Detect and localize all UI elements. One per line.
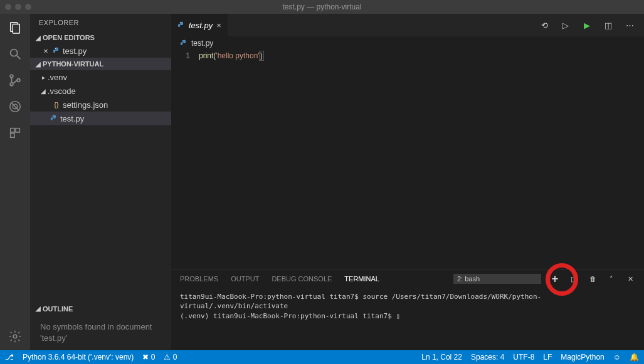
svg-point-17 — [182, 41, 183, 41]
editor-group: test.py × ⟲ ▷ ▶ ◫ ⋯ test.py 1 print('hel… — [171, 14, 644, 350]
title-bar: test.py — python-virtual — [0, 0, 644, 14]
open-editors-label: OPEN EDITORS — [43, 34, 95, 41]
workspace-header[interactable]: ◢ PYTHON-VIRTUAL — [30, 58, 171, 70]
svg-point-6 — [17, 79, 20, 82]
breadcrumb[interactable]: test.py — [171, 36, 644, 50]
outline-empty-message: No symbols found in document 'test.py' — [30, 315, 171, 350]
svg-point-2 — [11, 49, 18, 56]
status-errors[interactable]: ✖ 0 — [142, 353, 155, 361]
chevron-down-icon: ◢ — [34, 34, 43, 41]
more-actions-icon[interactable]: ⋯ — [624, 19, 635, 31]
status-encoding[interactable]: UTF-8 — [513, 353, 534, 361]
source-control-icon[interactable] — [8, 73, 23, 88]
close-panel-icon[interactable]: ✕ — [625, 274, 635, 284]
play-icon[interactable]: ▶ — [581, 19, 593, 31]
status-warnings[interactable]: ⚠ 0 — [164, 353, 177, 361]
chevron-right-icon: ▸ — [39, 74, 48, 81]
new-terminal-icon[interactable]: + — [550, 274, 560, 284]
status-notifications-icon[interactable]: 🔔 — [630, 353, 639, 361]
svg-point-16 — [180, 23, 181, 23]
status-indent[interactable]: Spaces: 4 — [471, 353, 504, 361]
tab-output[interactable]: OUTPUT — [231, 275, 259, 283]
python-file-icon — [177, 21, 185, 29]
tab-debug-console[interactable]: DEBUG CONSOLE — [272, 275, 332, 283]
sidebar: EXPLORER ◢ OPEN EDITORS × test.py ◢ PYTH… — [30, 14, 171, 350]
line-number: 1 — [171, 50, 199, 269]
compare-changes-icon[interactable]: ⟲ — [539, 19, 550, 31]
code-line: print('hello python') — [199, 50, 264, 269]
folder-name: .vscode — [48, 86, 76, 96]
open-editors-header[interactable]: ◢ OPEN EDITORS — [30, 31, 171, 44]
folder-vscode[interactable]: ◢ .vscode — [30, 84, 171, 98]
chevron-down-icon: ◢ — [39, 88, 48, 95]
svg-rect-10 — [11, 128, 14, 132]
svg-point-14 — [55, 48, 56, 49]
python-file-icon — [49, 113, 59, 123]
svg-rect-11 — [16, 128, 19, 132]
svg-point-15 — [53, 116, 53, 117]
python-file-icon — [180, 39, 187, 47]
svg-line-3 — [17, 56, 21, 60]
file-name: settings.json — [63, 100, 108, 110]
tab-test-py[interactable]: test.py × — [171, 14, 228, 36]
outline-label: OUTLINE — [43, 305, 73, 313]
close-icon[interactable]: × — [41, 46, 50, 56]
tab-problems[interactable]: PROBLEMS — [180, 275, 218, 283]
debug-icon[interactable] — [8, 99, 23, 114]
file-settings-json[interactable]: {} settings.json — [30, 98, 171, 112]
code-editor[interactable]: 1 print('hello python') — [171, 50, 644, 269]
split-editor-icon[interactable]: ◫ — [603, 19, 614, 31]
settings-gear-icon[interactable] — [8, 329, 23, 344]
svg-point-5 — [10, 83, 13, 86]
file-test-py[interactable]: test.py — [30, 112, 171, 125]
activity-bar — [0, 14, 30, 350]
window-title: test.py — python-virtual — [0, 3, 644, 11]
svg-rect-1 — [13, 24, 19, 34]
open-editor-item[interactable]: × test.py — [30, 44, 171, 58]
python-file-icon — [51, 46, 61, 56]
sidebar-title: EXPLORER — [30, 14, 171, 31]
close-tab-icon[interactable]: × — [216, 21, 221, 30]
status-python[interactable]: Python 3.6.4 64-bit ('.venv': venv) — [23, 353, 134, 361]
chevron-down-icon: ◢ — [34, 305, 43, 312]
file-name: test.py — [63, 46, 87, 56]
panel: PROBLEMS OUTPUT DEBUG CONSOLE TERMINAL +… — [171, 269, 644, 350]
svg-point-13 — [13, 335, 17, 338]
json-file-icon: {} — [51, 100, 61, 110]
folder-venv[interactable]: ▸ .venv — [30, 70, 171, 84]
tab-terminal[interactable]: TERMINAL — [344, 275, 379, 283]
panel-tabs: PROBLEMS OUTPUT DEBUG CONSOLE TERMINAL +… — [171, 269, 644, 288]
maximize-panel-icon[interactable]: ˄ — [606, 274, 616, 284]
status-cursor[interactable]: Ln 1, Col 22 — [421, 353, 462, 361]
tab-label: test.py — [189, 21, 213, 30]
explorer-icon[interactable] — [8, 20, 23, 35]
svg-point-4 — [10, 75, 13, 78]
status-eol[interactable]: LF — [543, 353, 552, 361]
editor-tabs: test.py × ⟲ ▷ ▶ ◫ ⋯ — [171, 14, 644, 36]
outline-header[interactable]: ◢ OUTLINE — [30, 303, 171, 315]
file-name: test.py — [60, 114, 84, 123]
split-terminal-icon[interactable]: ◫ — [569, 274, 579, 284]
folder-name: .venv — [48, 73, 67, 82]
status-branch[interactable]: ⎇ — [5, 353, 14, 361]
search-icon[interactable] — [8, 46, 23, 61]
editor-actions: ⟲ ▷ ▶ ◫ ⋯ — [539, 19, 644, 31]
kill-terminal-icon[interactable]: 🗑 — [588, 274, 598, 284]
extensions-icon[interactable] — [8, 125, 23, 140]
run-icon[interactable]: ▷ — [560, 19, 571, 31]
status-feedback-icon[interactable]: ☺ — [613, 353, 621, 361]
terminal-selector[interactable] — [453, 274, 541, 284]
status-language[interactable]: MagicPython — [561, 353, 604, 361]
status-bar: ⎇ Python 3.6.4 64-bit ('.venv': venv) ✖ … — [0, 350, 644, 364]
terminal-output[interactable]: titan9ui-MacBook-Pro:python-virtual tita… — [171, 288, 644, 350]
breadcrumb-file: test.py — [191, 39, 213, 48]
chevron-down-icon: ◢ — [34, 61, 43, 68]
workspace-label: PYTHON-VIRTUAL — [43, 60, 103, 68]
svg-rect-12 — [11, 133, 14, 137]
